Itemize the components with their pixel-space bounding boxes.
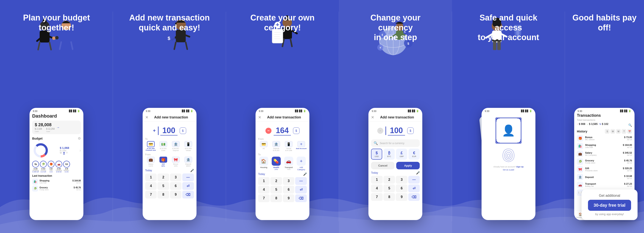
close-button-4[interactable]: ✕ xyxy=(371,115,374,120)
from-deposit[interactable]: 🏦 Deposit 300% xyxy=(183,157,194,167)
list-item-transport[interactable]: 🚗 Transport Bobby car $ 27.23 Jul 10 xyxy=(577,182,632,188)
key4-7[interactable]: 7 xyxy=(371,193,383,201)
key2-dash[interactable]: — xyxy=(295,177,307,185)
key2-backspace[interactable]: ⌫ xyxy=(295,194,307,202)
from-gift[interactable]: 🎁 Gift 60% xyxy=(158,157,169,167)
currency-usd[interactable]: $ USD xyxy=(371,149,382,160)
key4-9[interactable]: 9 xyxy=(396,193,408,201)
cat-health[interactable]: 💊 Health 24% xyxy=(270,157,282,171)
key-1[interactable]: 1 xyxy=(145,173,157,181)
list-item-salary[interactable]: 💼 Salary DK Company $ 345.52 Jul 12 xyxy=(577,151,632,157)
list-item-deposit[interactable]: 🏦 Deposit $ 10.68 Jul 11 xyxy=(577,174,632,180)
trans-grocery[interactable]: 🥬 Grocery Foody store $ 45.76 Jul 11 xyxy=(32,185,81,191)
list-item-bonus[interactable]: 🎁 Bonus MC Zibeon $ 73.00 Jul 14 xyxy=(577,135,632,141)
key4-2[interactable]: 2 xyxy=(384,176,395,184)
key2-9[interactable]: 9 xyxy=(283,194,294,202)
close-button-1[interactable]: ✕ xyxy=(145,115,148,120)
key4-4[interactable]: 4 xyxy=(371,184,383,192)
key4-3[interactable]: 3 xyxy=(396,176,408,184)
key2-1[interactable]: 1 xyxy=(258,177,270,185)
keyboard-grid-1[interactable]: 1 2 3 — 4 5 6 ⏎ 7 8 9 ⌫ xyxy=(145,173,194,198)
keyboard-grid-2[interactable]: 1 2 3 — 4 5 6 ⏎ 7 8 9 ⌫ xyxy=(258,177,307,202)
mic-icon-1[interactable]: 🎤 xyxy=(190,169,194,172)
key-4[interactable]: 4 xyxy=(145,182,157,190)
list-item-shopping[interactable]: 🛍️ Shopping Lela mall $ 164.00 Jul 13 xyxy=(577,143,632,149)
key4-backspace[interactable]: ⌫ xyxy=(408,193,420,201)
from-deposit-2[interactable]: 🏦 Deposit $ 34,057 xyxy=(270,141,282,151)
minus-button-2[interactable]: − xyxy=(266,128,272,134)
key-enter[interactable]: ⏎ xyxy=(182,182,194,190)
currency-gbp[interactable]: £ GBP xyxy=(396,149,407,160)
mic-icon-4[interactable]: 🎤 xyxy=(416,171,420,174)
amount-display-1[interactable]: 100 xyxy=(160,126,178,135)
key2-7[interactable]: 7 xyxy=(258,194,270,202)
key2-6[interactable]: 6 xyxy=(283,186,294,193)
key-8[interactable]: 8 xyxy=(158,191,169,198)
amount-display-2[interactable]: 164 xyxy=(274,126,291,135)
key-2[interactable]: 2 xyxy=(158,173,169,181)
key2-4[interactable]: 4 xyxy=(258,186,270,193)
budget-settings-icon[interactable]: ⚙ xyxy=(78,136,81,140)
search-icon-trans[interactable]: 🔍 xyxy=(628,123,632,127)
mic-icon-2[interactable]: 🎤 xyxy=(303,172,307,176)
key4-enter[interactable]: ⏎ xyxy=(408,184,420,192)
currency-badge-2[interactable]: $ xyxy=(293,127,300,134)
period-tabs[interactable]: W M Y xyxy=(60,152,69,154)
plus-icon-1[interactable]: + xyxy=(153,128,156,134)
currency-badge-4[interactable]: $ xyxy=(407,127,414,134)
account-virtual[interactable]: 📱 $ 97,008 Virtual xyxy=(183,141,194,151)
list-item-grocery[interactable]: 🥬 Grocery Foody store $ 45.76 Jul 12 xyxy=(577,158,632,165)
tab-y[interactable]: Y xyxy=(66,152,68,154)
minus-btn-4[interactable]: − xyxy=(377,128,383,134)
amount-display-4[interactable]: 100 xyxy=(388,126,405,135)
key2-2[interactable]: 2 xyxy=(270,177,282,185)
balance-row[interactable]: $ 28,008 $ 2,328Cash $ 12,258Card → xyxy=(32,121,81,134)
filter-t[interactable]: T xyxy=(622,129,626,134)
currency-search-box[interactable]: 🔍 Search for a currency xyxy=(371,139,420,147)
cta-trial-button[interactable]: 30-day free trial xyxy=(588,200,631,211)
key2-enter[interactable]: ⏎ xyxy=(295,186,307,193)
from-i42[interactable]: 💳 i42 xyxy=(258,141,269,151)
keyboard-grid-4[interactable]: 1 2 3 — 4 5 6 ⏎ 7 8 9 ⌫ xyxy=(371,176,420,201)
cancel-button[interactable]: Cancel xyxy=(371,162,394,169)
key2-5[interactable]: 5 xyxy=(270,186,282,193)
add-account-btn[interactable]: + Add Account xyxy=(296,141,307,151)
key4-1[interactable]: 1 xyxy=(371,176,383,184)
filter-cal[interactable]: 📅 xyxy=(627,129,632,134)
key-3[interactable]: 3 xyxy=(170,173,182,181)
from-virtual-2[interactable]: 📱 Virtual $ 97,008 xyxy=(283,141,294,151)
list-item-gift[interactable]: 🎀 Gift Presents store $ 320.20 Jul 11 xyxy=(577,166,632,173)
from-bonus[interactable]: 🎀 Bonus 24% xyxy=(170,157,182,167)
history-filters[interactable]: S W M T 📅 xyxy=(605,129,632,134)
filter-s[interactable]: S xyxy=(605,129,610,134)
trans-shopping[interactable]: 🛍️ Shopping Lela mall $ 164.00 Jul 12 xyxy=(32,179,81,185)
filter-w[interactable]: W xyxy=(610,129,615,134)
key2-3[interactable]: 3 xyxy=(283,177,294,185)
budget-expand-icon[interactable]: › xyxy=(80,148,81,153)
set-as-paid[interactable]: Set as a paid xyxy=(503,169,514,171)
key-backspace[interactable]: ⌫ xyxy=(182,191,194,198)
currency-eur[interactable]: € EUR xyxy=(408,149,420,160)
filter-m[interactable]: M xyxy=(616,129,621,134)
account-deposit[interactable]: 🏦 $ 34,057 Deposit xyxy=(170,141,182,151)
tab-w[interactable]: W xyxy=(60,152,62,154)
key4-5[interactable]: 5 xyxy=(384,184,395,192)
signup-link[interactable]: Sign Up xyxy=(516,166,524,168)
apply-button[interactable]: Apply xyxy=(396,162,420,169)
key-dash[interactable]: — xyxy=(182,173,194,181)
key-5[interactable]: 5 xyxy=(158,182,169,190)
key-6[interactable]: 6 xyxy=(170,182,182,190)
balance-arrow[interactable]: → xyxy=(56,126,60,129)
close-button-2[interactable]: ✕ xyxy=(258,115,261,120)
key-7[interactable]: 7 xyxy=(145,191,157,198)
face-scan-frame[interactable]: 👤 xyxy=(496,118,522,143)
currency-btc[interactable]: ₿ BTC xyxy=(384,149,395,160)
cat-transport-2[interactable]: 🚗 Transport 70% xyxy=(283,157,294,171)
currency-badge-1[interactable]: $ xyxy=(180,127,186,134)
account-cash[interactable]: 💵 $ 23,542 Cash xyxy=(158,141,169,151)
from-salary[interactable]: 💼 Salary 110% xyxy=(145,157,156,167)
key2-8[interactable]: 8 xyxy=(270,194,282,202)
key-9[interactable]: 9 xyxy=(170,191,182,198)
key4-8[interactable]: 8 xyxy=(384,193,395,201)
account-premium-card[interactable]: 💳 $ 101,008 Premium card xyxy=(145,141,156,151)
